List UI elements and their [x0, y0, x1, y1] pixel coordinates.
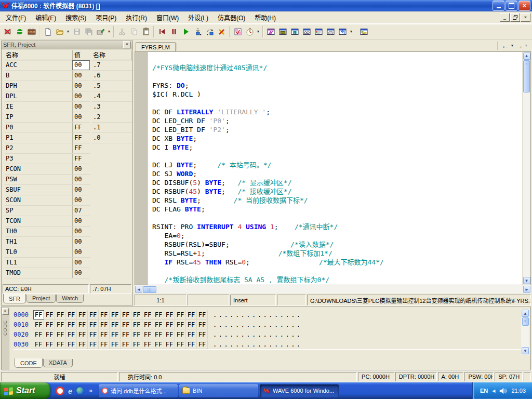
- memory-byte[interactable]: FF: [142, 310, 153, 320]
- sfr-bit-row[interactable]: .30: [92, 102, 132, 112]
- code-line[interactable]: RSINT: PRO INTERRUPT 4 USING 1; /*通讯中断*/: [152, 222, 522, 231]
- forward-dropdown-icon[interactable]: ▼: [524, 44, 529, 47]
- register-value[interactable]: 00: [72, 258, 90, 268]
- taskbar-task[interactable]: 请问.ddb是什么格式...: [99, 384, 178, 397]
- memory-byte[interactable]: FF: [110, 340, 121, 349]
- register-value[interactable]: 00: [72, 216, 90, 226]
- clock[interactable]: 21:03: [511, 388, 526, 394]
- code-line[interactable]: DC FLAG BYTE;: [152, 205, 522, 214]
- memory-byte[interactable]: FF: [44, 330, 55, 339]
- sfr-register-row[interactable]: P3FF: [5, 154, 90, 164]
- sfr-register-row[interactable]: ACC00: [5, 60, 90, 71]
- vscroll-thumb[interactable]: ≡: [523, 60, 530, 92]
- memory-byte[interactable]: FF: [175, 340, 186, 349]
- menu-item[interactable]: 帮助(H): [250, 11, 281, 24]
- code-line[interactable]: DC SJ WORD;: [152, 169, 522, 178]
- taskbar-task[interactable]: BIN: [179, 384, 258, 397]
- code-line[interactable]: DC DF LITERALLY 'LITERALLY ';: [152, 108, 522, 116]
- scroll-left-icon[interactable]: ◄: [135, 286, 142, 293]
- navigate-back-icon[interactable]: ←: [501, 42, 509, 49]
- menu-item[interactable]: 文件(F): [1, 11, 31, 24]
- memory-byte[interactable]: FF: [55, 310, 66, 320]
- sfr-register-row[interactable]: TL100: [5, 258, 90, 268]
- code-line[interactable]: [152, 72, 522, 81]
- code-line[interactable]: DC LED_CHR DF 'P0';: [152, 116, 522, 125]
- scroll-right-icon[interactable]: ►: [523, 286, 530, 293]
- register-value[interactable]: 00: [72, 268, 90, 278]
- memory-byte[interactable]: FF: [153, 320, 164, 329]
- code-line[interactable]: [152, 214, 522, 222]
- pause-button[interactable]: [168, 26, 180, 37]
- memory-byte[interactable]: FF: [66, 330, 77, 339]
- sfr-bit-row[interactable]: .10: [92, 123, 132, 133]
- editor-tab-fyrs[interactable]: FYRS.PLM: [136, 42, 176, 51]
- memory-byte[interactable]: FF: [33, 340, 44, 349]
- sfr-register-row[interactable]: IP00: [5, 112, 90, 123]
- memory-byte[interactable]: FF: [77, 310, 88, 320]
- close-button[interactable]: ×: [518, 1, 530, 11]
- mdi-restore-icon[interactable]: [510, 13, 520, 22]
- sfr-register-row[interactable]: TH000: [5, 227, 90, 237]
- sfr-tab-sfr[interactable]: SFR: [3, 294, 26, 303]
- memory-side-titlebar[interactable]: × CODE: [2, 307, 9, 370]
- memory-byte[interactable]: FF: [66, 310, 77, 320]
- code-line[interactable]: [152, 99, 522, 108]
- memory-byte[interactable]: FF: [121, 340, 131, 349]
- start-button[interactable]: Start: [0, 382, 50, 399]
- memory-byte[interactable]: FF: [33, 320, 44, 329]
- volume-icon[interactable]: [499, 388, 507, 394]
- memory-byte[interactable]: FF: [175, 320, 186, 329]
- sfr-bit-row[interactable]: .40: [92, 91, 132, 102]
- memory-byte[interactable]: FF: [77, 320, 88, 329]
- memory-byte[interactable]: FF: [99, 340, 110, 349]
- stopwatch-dropdown-icon[interactable]: ▼: [256, 30, 261, 33]
- memory-byte[interactable]: FF: [88, 320, 99, 329]
- save-project-dropdown-icon[interactable]: ▼: [107, 30, 112, 33]
- sfr-register-row[interactable]: TH100: [5, 237, 90, 247]
- run-button[interactable]: [180, 26, 192, 37]
- code-line[interactable]: /*叛断接收到数据尾标志 5A A5 , 置数组下标为0*/: [152, 275, 522, 284]
- hide-icons-arrow-icon[interactable]: ◀: [492, 389, 495, 393]
- scroll-up-icon[interactable]: ▲: [522, 310, 529, 317]
- code-area[interactable]: /*FYS微电脑线速度计通过485通讯*/ FYRS: DO;$IC( R.DC…: [148, 52, 522, 285]
- mdi-minimize-icon[interactable]: _: [500, 13, 510, 22]
- register-value[interactable]: FF: [72, 154, 90, 164]
- sfr-register-row[interactable]: TCON00: [5, 216, 90, 227]
- menu-item[interactable]: 编辑(E): [31, 11, 61, 24]
- memory-byte[interactable]: FF: [33, 310, 44, 320]
- window-dropdown-icon[interactable]: ▼: [349, 30, 354, 33]
- menu-item[interactable]: 仿真器(O): [213, 11, 250, 24]
- project-window-button[interactable]: [277, 26, 289, 37]
- memory-byte[interactable]: FF: [55, 340, 66, 349]
- code-line[interactable]: DC RSBUF(45) BYTE; /* 接收缓冲区*/: [152, 187, 522, 196]
- sfr-register-row[interactable]: P1FF: [5, 133, 90, 143]
- memory-byte[interactable]: FF: [121, 320, 131, 329]
- register-value[interactable]: 00: [72, 81, 90, 91]
- sfr-bit-row[interactable]: .20: [92, 112, 132, 123]
- memory-byte[interactable]: FF: [197, 320, 208, 329]
- code-line[interactable]: RSL=RSL+1; /*数组下标加1*/: [152, 249, 522, 258]
- code-line[interactable]: DC RSL BYTE; /* 当前接收数据下标*/: [152, 196, 522, 205]
- register-value[interactable]: 00: [72, 91, 90, 101]
- scroll-down-icon[interactable]: ▼: [522, 347, 529, 354]
- sfr-register-row[interactable]: SBUF00: [5, 185, 90, 195]
- scroll-up-icon[interactable]: ▲: [523, 52, 530, 60]
- code-line[interactable]: EA=0;: [152, 231, 522, 240]
- cut-button[interactable]: [116, 26, 128, 37]
- memory-byte[interactable]: FF: [44, 320, 55, 329]
- maximize-button[interactable]: [506, 1, 517, 11]
- save-project-button[interactable]: [95, 26, 107, 37]
- memory-byte[interactable]: FF: [44, 310, 55, 320]
- register-value[interactable]: 00: [72, 60, 90, 70]
- sfr-register-row[interactable]: SP07: [5, 206, 90, 216]
- memory-byte[interactable]: FF: [197, 310, 208, 320]
- code-line[interactable]: DC DISBUF(5) BYTE; /* 显示缓冲区*/: [152, 178, 522, 187]
- stop-button[interactable]: [216, 26, 228, 37]
- sfr-register-row[interactable]: DPL00: [5, 91, 90, 102]
- memory-byte[interactable]: FF: [175, 310, 186, 320]
- register-value[interactable]: 00: [72, 185, 90, 195]
- menu-item[interactable]: 搜索(S): [61, 11, 91, 24]
- sfr-register-row[interactable]: PCON00: [5, 164, 90, 175]
- code-line[interactable]: IF RSL=45 THEN RSL=0; /*最大下标数为44*/: [152, 258, 522, 267]
- sfr-register-row[interactable]: TL000: [5, 247, 90, 258]
